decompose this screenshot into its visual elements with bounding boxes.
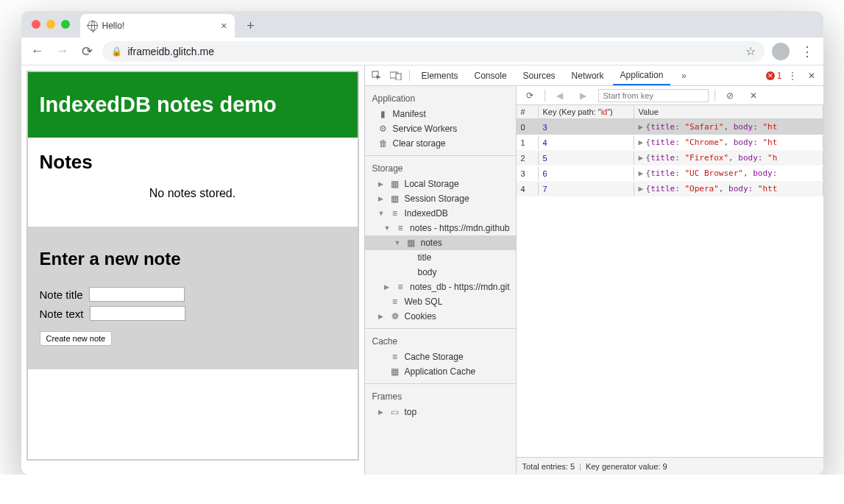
bookmark-star-icon[interactable]: ☆ [745, 44, 756, 58]
url-input[interactable]: 🔒 iframeidb.glitch.me ☆ [102, 41, 765, 62]
col-value[interactable]: Value [634, 105, 823, 118]
cell-value: ▶{title: "Firefox", body: "h [634, 151, 823, 165]
expand-icon[interactable]: ▶ [639, 138, 645, 147]
table-row[interactable]: 03▶{title: "Safari", body: "ht [517, 119, 823, 135]
svg-rect-2 [396, 74, 401, 80]
grid-icon: ▦ [406, 238, 416, 247]
table-row[interactable]: 14▶{title: "Chrome", body: "ht [517, 135, 823, 150]
table-row[interactable]: 47▶{title: "Opera", body: "htt [517, 181, 823, 196]
error-indicator[interactable]: ✕ 1 [766, 71, 782, 81]
titlebar: Hello! × + [21, 11, 823, 38]
note-text-input[interactable] [90, 306, 185, 321]
sidebar-item-service-workers[interactable]: ⚙ Service Workers [365, 121, 516, 136]
reload-button[interactable]: ⟳ [77, 41, 98, 62]
sidebar-item-session-storage[interactable]: ▶ ▦ Session Storage [365, 191, 516, 206]
new-tab-button[interactable]: + [241, 15, 261, 36]
tab-console[interactable]: Console [467, 65, 514, 85]
cell-value: ▶{title: "UC Browser", body: [634, 166, 823, 180]
expand-icon[interactable]: ▶ [639, 153, 645, 163]
expand-icon[interactable]: ▶ [639, 184, 645, 194]
total-entries: Total entries: 5 [522, 462, 575, 471]
window-close-button[interactable] [32, 20, 40, 29]
devtools-close-button[interactable]: ✕ [803, 67, 820, 85]
table-row[interactable]: 36▶{title: "UC Browser", body: [517, 166, 823, 181]
browser-menu-button[interactable]: ⋮ [797, 41, 818, 62]
lock-icon: 🔒 [111, 46, 122, 57]
forward-button[interactable]: → [52, 41, 73, 62]
expand-icon[interactable]: ▶ [639, 168, 645, 178]
devtools-settings-button[interactable]: ⋮ [784, 67, 801, 85]
note-title-input[interactable] [89, 287, 185, 302]
sidebar-item-indexeddb[interactable]: ▼ ≡ IndexedDB [365, 206, 516, 221]
sidebar-item-cookies[interactable]: ▶ ❁ Cookies [365, 309, 516, 324]
note-title-label: Note title [40, 288, 83, 301]
inspect-element-icon[interactable] [368, 67, 386, 85]
cell-key: 4 [539, 136, 634, 149]
start-key-input[interactable] [598, 89, 709, 102]
prev-page-button[interactable]: ◀ [551, 87, 569, 104]
tab-sources[interactable]: Sources [516, 65, 563, 85]
cell-index: 3 [517, 167, 539, 180]
profile-avatar[interactable] [772, 43, 790, 60]
error-icon: ✕ [766, 71, 775, 80]
expand-icon[interactable]: ▶ [639, 122, 645, 132]
sidebar-section-storage: Storage [365, 160, 516, 177]
tab-network[interactable]: Network [564, 65, 611, 85]
table-row[interactable]: 25▶{title: "Firefox", body: "h [517, 150, 823, 166]
sidebar-item-index-body[interactable]: body [365, 265, 516, 280]
tab-application[interactable]: Application [613, 65, 671, 85]
tab-close-button[interactable]: × [221, 20, 227, 32]
next-page-button[interactable]: ▶ [575, 87, 592, 104]
sidebar-item-frame-top[interactable]: ▶ ▭ top [365, 405, 516, 419]
form-heading: Enter a new note [40, 249, 346, 269]
cell-index: 4 [517, 182, 539, 196]
clear-button[interactable]: ⊘ [721, 87, 739, 104]
window-zoom-button[interactable] [61, 20, 70, 29]
grid-icon: ▦ [390, 180, 400, 188]
sidebar-item-local-storage[interactable]: ▶ ▦ Local Storage [365, 177, 516, 191]
sidebar-item-notesdb2[interactable]: ▶ ≡ notes_db - https://mdn.git [365, 280, 516, 294]
data-toolbar: ⟳ ◀ ▶ ⊘ ✕ [517, 86, 823, 105]
page-frame: IndexedDB notes demo Notes No notes stor… [26, 71, 359, 461]
sidebar-section-cache: Cache [365, 333, 516, 349]
back-button[interactable]: ← [27, 41, 48, 62]
sidebar-section-application: Application [365, 90, 516, 107]
cell-index: 1 [517, 136, 539, 149]
note-text-label: Note text [40, 308, 84, 320]
cell-index: 0 [517, 121, 539, 134]
sidebar-item-manifest[interactable]: ▮ Manifest [365, 107, 516, 121]
col-index[interactable]: # [517, 105, 539, 118]
device-toolbar-icon[interactable] [387, 67, 405, 85]
sidebar-item-notes-store[interactable]: ▼ ▦ notes [365, 235, 516, 250]
sidebar-item-app-cache[interactable]: ▦ Application Cache [365, 364, 516, 379]
sidebar-item-clear-storage[interactable]: 🗑 Clear storage [365, 136, 516, 151]
data-table: # Key (Key path: "id") Value 03▶{title: … [517, 105, 823, 457]
table-header: # Key (Key path: "id") Value [517, 105, 823, 119]
create-note-button[interactable]: Create new note [40, 331, 113, 346]
sidebar-item-index-title[interactable]: title [365, 250, 516, 265]
more-tabs-button[interactable]: » [675, 67, 692, 85]
key-generator-value: Key generator value: 9 [586, 462, 667, 471]
cookie-icon: ❁ [390, 312, 400, 321]
sidebar-item-cache-storage[interactable]: ≡ Cache Storage [365, 349, 516, 364]
sidebar-item-websql[interactable]: ≡ Web SQL [365, 294, 516, 309]
collapse-icon: ▼ [378, 210, 386, 217]
delete-button[interactable]: ✕ [745, 87, 762, 104]
cell-key: 5 [539, 152, 634, 165]
trash-icon: 🗑 [378, 139, 389, 148]
cell-key: 3 [539, 121, 634, 134]
tab-title: Hello! [102, 21, 125, 31]
new-note-form: Enter a new note Note title Note text Cr… [28, 227, 358, 369]
status-bar: Total entries: 5 | Key generator value: … [517, 457, 823, 475]
database-icon: ≡ [390, 209, 400, 218]
cell-key: 7 [539, 182, 634, 196]
refresh-button[interactable]: ⟳ [521, 87, 539, 104]
database-icon: ≡ [390, 297, 400, 306]
traffic-lights [32, 20, 70, 29]
notes-section: Notes No notes stored. [28, 138, 358, 221]
sidebar-item-notes-db[interactable]: ▼ ≡ notes - https://mdn.github [365, 221, 516, 235]
tab-elements[interactable]: Elements [414, 65, 466, 85]
browser-tab[interactable]: Hello! × [80, 14, 235, 38]
window-minimize-button[interactable] [46, 20, 55, 29]
col-key[interactable]: Key (Key path: "id") [539, 105, 634, 118]
